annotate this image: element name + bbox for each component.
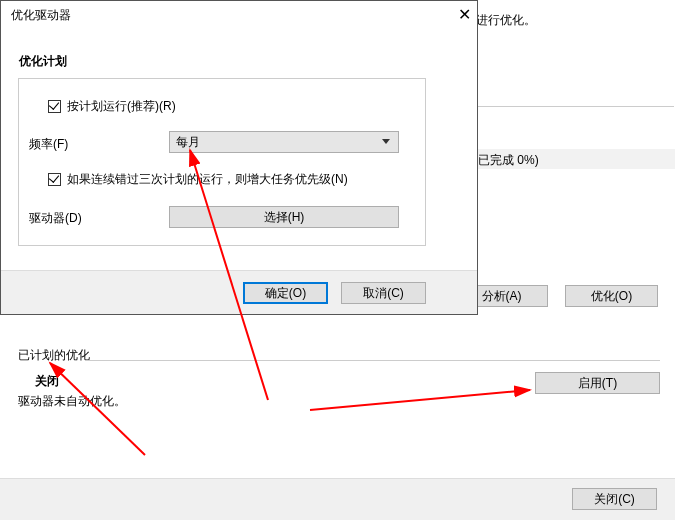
run-on-schedule-checkbox[interactable]: 按计划运行(推荐)(R) xyxy=(48,98,176,115)
close-icon[interactable]: ✕ xyxy=(458,5,471,24)
divider xyxy=(85,360,660,361)
schedule-settings-dialog: 优化驱动器 ✕ 优化计划 按计划运行(推荐)(R) 频率(F) 每月 如果连续错… xyxy=(0,0,478,315)
increase-priority-checkbox[interactable]: 如果连续错过三次计划的运行，则增大任务优先级(N) xyxy=(48,171,348,188)
parent-bottom-bar: 关闭(C) xyxy=(0,478,675,520)
checkbox-label: 如果连续错过三次计划的运行，则增大任务优先级(N) xyxy=(67,172,348,186)
choose-drives-button[interactable]: 选择(H) xyxy=(169,206,399,228)
close-button[interactable]: 关闭(C) xyxy=(572,488,657,510)
schedule-status: 关闭 xyxy=(35,373,59,390)
drives-label: 驱动器(D) xyxy=(29,210,82,227)
ok-button[interactable]: 确定(O) xyxy=(243,282,328,304)
checkbox-icon xyxy=(48,173,61,186)
chevron-down-icon xyxy=(382,139,390,144)
frequency-select[interactable]: 每月 xyxy=(169,131,399,153)
group-title: 优化计划 xyxy=(19,53,67,70)
cancel-button[interactable]: 取消(C) xyxy=(341,282,426,304)
checkbox-icon xyxy=(48,100,61,113)
dialog-title: 优化驱动器 xyxy=(11,7,71,24)
schedule-desc: 驱动器未自动优化。 xyxy=(18,393,126,410)
dialog-bottom-bar: 确定(O) 取消(C) xyxy=(1,270,477,314)
optimize-button[interactable]: 优化(O) xyxy=(565,285,658,307)
frequency-label: 频率(F) xyxy=(29,136,68,153)
scheduled-optimization-title: 已计划的优化 xyxy=(18,347,90,364)
frequency-value: 每月 xyxy=(176,135,200,149)
enable-button[interactable]: 启用(T) xyxy=(535,372,660,394)
checkbox-label: 按计划运行(推荐)(R) xyxy=(67,99,176,113)
parent-hint-text: 进行优化。 xyxy=(476,12,536,29)
